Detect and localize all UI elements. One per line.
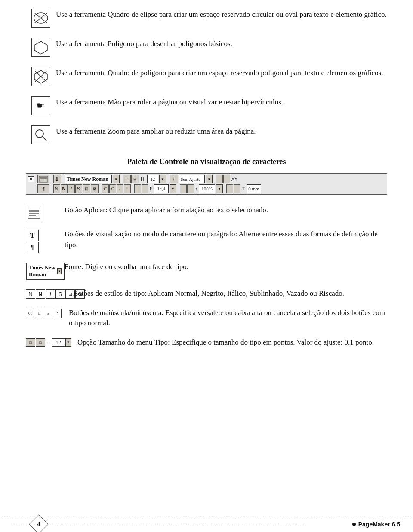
palette-track-box1[interactable] <box>216 175 223 183</box>
size-input-display: 12 <box>52 338 65 347</box>
view-mode-icons: T ¶ <box>26 230 39 253</box>
palette-r2-box2[interactable] <box>142 184 148 193</box>
palette-tracking-boxes <box>216 175 230 183</box>
desc-row-font: Times New Roman ▼ Fonte: Digite ou escol… <box>26 262 387 280</box>
palette-mm-box[interactable]: 0 mm <box>247 184 261 193</box>
palette-case-s[interactable]: ₐ <box>117 184 123 193</box>
type-style-desc-text: Botões de estilos de tipo: Aplicam Norma… <box>73 288 387 299</box>
palette-offset-box2[interactable] <box>234 184 240 193</box>
size-dropdown-btn: ▼ <box>65 338 71 347</box>
font-selector-name: Times New Roman <box>29 264 56 278</box>
palette-style-N1[interactable]: N <box>53 184 60 193</box>
svg-line-8 <box>43 137 46 141</box>
desc-row-apply: Botão Aplicar: Clique para aplicar a for… <box>26 205 387 220</box>
bottom-dash-right <box>47 524 305 524</box>
palette-mm-value: 0 mm <box>248 186 259 191</box>
svg-marker-3 <box>34 41 47 54</box>
polygon-icon-box <box>31 38 50 57</box>
zoom-icon-box <box>31 125 50 144</box>
view-mode-icon-cell: T ¶ <box>26 229 65 253</box>
case-small-c-btn: C <box>35 309 43 318</box>
ellipse-frame-text: Use a ferramenta Quadro de elipse para c… <box>56 8 387 20</box>
tool-row-ellipse-frame: Use a ferramenta Quadro de elipse para c… <box>26 8 387 28</box>
apply-desc-text: Botão Aplicar: Clique para aplicar a for… <box>65 205 387 216</box>
palette-leading-value: 14,4 <box>157 186 165 191</box>
palette-spacing-label: Sem Ajuste <box>181 177 200 182</box>
view-T-icon: T <box>30 232 35 239</box>
palette-percent-value: 100% <box>201 186 213 191</box>
palette-style-N2[interactable]: N <box>61 184 68 193</box>
palette-case-C2[interactable]: C <box>109 184 116 193</box>
tool-row-polygon: Use a ferramenta Polígono para desenhar … <box>26 37 387 57</box>
font-desc-text: Fonte: Digite ou escolha uma face de tip… <box>65 262 387 272</box>
palette-close-btn[interactable]: ✕ <box>28 176 34 182</box>
palette-percent-box[interactable]: 100% <box>199 184 215 193</box>
palette-style-R1[interactable]: ⊡ <box>83 184 90 193</box>
zoom-text: Use a ferramenta Zoom para ampliar ou re… <box>56 125 387 137</box>
palette-font-dropdown[interactable]: ▼ <box>113 175 120 183</box>
palette-track-box2[interactable] <box>223 175 230 183</box>
palette-kern-box1[interactable] <box>180 184 187 193</box>
palette-spacing-box[interactable]: Sem Ajuste <box>179 175 205 183</box>
palette-row-1: ✕ T Times New Roman ▼ <box>28 175 385 183</box>
palette-kern-box2[interactable] <box>187 184 194 193</box>
case-buttons-icon-cell: C C ₐ ˣ <box>26 308 69 318</box>
polygon-frame-icon-cell <box>26 66 56 86</box>
palette-leading-IT-label: I⁴ <box>149 187 153 191</box>
svg-point-7 <box>36 130 43 138</box>
hand-text: Use a ferramenta Mão para rolar a página… <box>56 95 387 108</box>
type-style-icon-cell: N N I S ⊡ ⊠ <box>26 288 73 299</box>
palette-font-name: Times New Roman <box>67 176 108 183</box>
palette-style-S[interactable]: S <box>75 184 82 193</box>
palette-leading-box[interactable]: 14,4 <box>154 184 169 193</box>
palette-row2-boxes <box>134 184 148 193</box>
page-diamond: 4 <box>30 516 47 532</box>
palette-font-box[interactable]: Times New Roman <box>65 175 112 183</box>
palette-apply-icon[interactable] <box>37 175 49 183</box>
case-sup-btn: ˣ <box>53 309 62 318</box>
hand-icon-box: ☛ <box>31 96 50 115</box>
palette-r2-box1[interactable] <box>134 184 141 193</box>
svg-rect-9 <box>39 176 48 182</box>
palette-T-button[interactable]: T <box>53 175 61 183</box>
hand-icon-cell: ☛ <box>26 95 56 115</box>
palette-mode-para[interactable]: ⊞ <box>131 175 139 183</box>
palette-row-2: ¶ N N I S ⊡ ⊠ C C ₐ ⁺ <box>28 184 385 193</box>
palette-case-x[interactable]: ⁺ <box>124 184 131 193</box>
desc-row-case: C C ₐ ˣ Botões de maiúscula/minúscula: E… <box>26 308 387 329</box>
style-N-btn: N <box>26 289 35 299</box>
polygon-frame-text: Use a ferramenta Quadro de polígono para… <box>56 66 387 79</box>
palette-percent-dropdown[interactable]: ▼ <box>216 184 223 193</box>
palette-mode-char[interactable]: □ <box>123 175 131 183</box>
tool-row-polygon-frame: Use a ferramenta Quadro de polígono para… <box>26 66 387 86</box>
font-selector-arrow-icon: ▼ <box>57 268 62 274</box>
palette-spacing-icon: ⁝ <box>170 175 178 183</box>
page-number: 4 <box>37 520 40 528</box>
size-dec-btn: □ <box>26 338 35 347</box>
palette-style-I[interactable]: I <box>68 184 75 193</box>
palette-spacing-dropdown[interactable]: ▼ <box>206 175 213 183</box>
palette-section-heading: Paleta de Controle na visualização de ca… <box>26 157 387 166</box>
palette-size-box[interactable]: 12 <box>147 175 158 183</box>
palette-case-C1[interactable]: C <box>102 184 109 193</box>
font-selector-display: Times New Roman ▼ <box>26 263 65 280</box>
palette-mode-icons: □ ⊞ <box>123 175 139 183</box>
bottom-bar: 4 PageMaker 6.5 <box>0 516 413 532</box>
palette-offset-box1[interactable] <box>226 184 233 193</box>
style-underline-btn: S <box>55 289 65 299</box>
palette-para-icon[interactable]: ¶ <box>37 184 49 193</box>
view-mode-para-icon: ¶ <box>26 242 39 253</box>
case-desc-text: Botões de maiúscula/minúscula: Especific… <box>69 308 387 329</box>
desc-row-size: □ □ IT 12 ▼ Opção Tamanho do menu Tipo: … <box>26 337 387 348</box>
palette-leading-dropdown[interactable]: ▼ <box>170 184 176 193</box>
size-option-icon-cell: □ □ IT 12 ▼ <box>26 337 77 347</box>
apply-icon-svg <box>28 208 40 219</box>
ellipse-frame-icon-box <box>31 9 50 28</box>
palette-style-R2[interactable]: ⊠ <box>91 184 99 193</box>
palette-AY-label: A̤Y <box>231 177 238 182</box>
palette-size-dropdown[interactable]: ▼ <box>159 175 166 183</box>
palette-style-buttons: N N I S ⊡ ⊠ <box>53 184 99 193</box>
zoom-icon-cell <box>26 125 56 144</box>
polygon-icon <box>33 40 49 55</box>
font-selector-icon-cell: Times New Roman ▼ <box>26 262 65 280</box>
